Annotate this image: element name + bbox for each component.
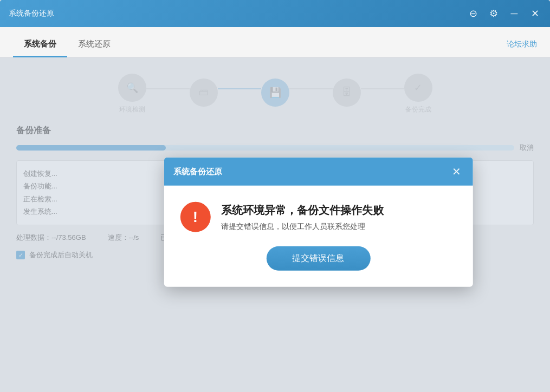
modal-title: 系统备份还原 xyxy=(173,166,222,177)
title-bar-controls: ⊖ ⚙ ─ ✕ xyxy=(467,7,541,20)
tab-bar: 系统备份 系统还原 论坛求助 xyxy=(0,27,550,57)
modal-body: ! 系统环境异常，备份文件操作失败 请提交错误信息，以便工作人员联系您处理 提交… xyxy=(164,186,473,287)
modal-dialog: 系统备份还原 ✕ ! 系统环境异常，备份文件操作失败 请提交错误信息，以便工作人… xyxy=(164,158,473,287)
main-window: 系统备份还原 ⊖ ⚙ ─ ✕ 系统备份 系统还原 论坛求助 🔍 环境检测 🗃 xyxy=(0,0,550,392)
close-btn[interactable]: ✕ xyxy=(528,7,541,20)
window-title: 系统备份还原 xyxy=(9,9,467,18)
modal-sub-text: 请提交错误信息，以便工作人员联系您处理 xyxy=(221,221,456,231)
settings-icon[interactable]: ⚙ xyxy=(487,7,500,20)
tab-backup[interactable]: 系统备份 xyxy=(13,32,67,57)
modal-text-block: 系统环境异常，备份文件操作失败 请提交错误信息，以便工作人员联系您处理 xyxy=(221,202,456,231)
minimize-icon[interactable]: ⊖ xyxy=(467,7,480,20)
tab-restore[interactable]: 系统还原 xyxy=(67,32,121,57)
submit-error-button[interactable]: 提交错误信息 xyxy=(266,246,370,271)
modal-close-button[interactable]: ✕ xyxy=(450,165,463,178)
modal-header: 系统备份还原 ✕ xyxy=(164,158,473,186)
modal-main-text: 系统环境异常，备份文件操作失败 xyxy=(221,202,456,217)
error-icon: ! xyxy=(180,202,210,232)
title-bar: 系统备份还原 ⊖ ⚙ ─ ✕ xyxy=(0,0,550,27)
minimize-btn[interactable]: ─ xyxy=(508,7,521,20)
forum-help-link[interactable]: 论坛求助 xyxy=(507,40,537,49)
modal-content-row: ! 系统环境异常，备份文件操作失败 请提交错误信息，以便工作人员联系您处理 xyxy=(180,202,456,232)
main-content: 🔍 环境检测 🗃 💾 🗄 ✓ 备份完成 xyxy=(0,57,550,392)
